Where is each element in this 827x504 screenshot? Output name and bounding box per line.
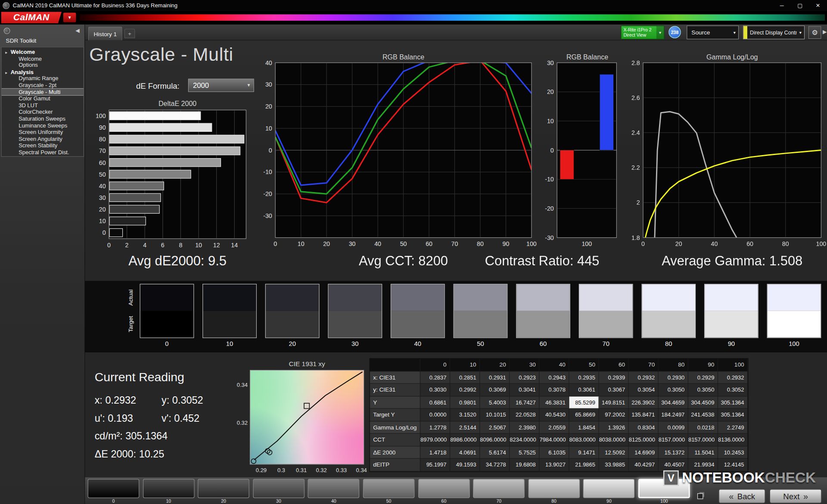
sidebar-item-options[interactable]: Options <box>2 62 84 68</box>
svg-text:0.32: 0.32 <box>237 420 248 426</box>
maximize-button[interactable]: ▢ <box>791 0 809 11</box>
table-cell: 0.2837 <box>420 371 450 384</box>
display-control-dropdown[interactable]: Direct Display Control ▼ <box>743 25 805 39</box>
svg-text:40: 40 <box>711 240 718 247</box>
svg-text:-30: -30 <box>545 234 554 241</box>
de-formula-select[interactable]: 2000 ▼ <box>188 79 254 92</box>
svg-text:10: 10 <box>265 125 272 132</box>
table-cell: 19.6808 <box>510 459 539 471</box>
table-cell: 0.2932 <box>629 371 659 384</box>
table-cell: 0.8304 <box>629 421 659 434</box>
table-cell: 10.2453 <box>718 446 748 459</box>
svg-text:0: 0 <box>641 240 645 247</box>
table-cell: 0.2851 <box>450 371 480 384</box>
next-button[interactable]: Next » <box>770 489 822 503</box>
sidebar-item-screen-stability[interactable]: Screen Stability <box>2 142 84 149</box>
table-cell: 65.8669 <box>569 409 599 421</box>
source-dropdown[interactable]: Source ▼ <box>687 25 739 39</box>
sidebar-item-grayscale-multi[interactable]: Grayscale - Multi <box>2 89 84 96</box>
level-button-0[interactable] <box>88 479 140 498</box>
swatch-target <box>768 311 821 338</box>
layers-icon[interactable] <box>697 493 703 499</box>
sidebar-item-welcome[interactable]: ▸Welcome <box>2 48 84 55</box>
level-button-30[interactable] <box>253 479 305 498</box>
level-button-10[interactable] <box>143 479 194 498</box>
reading-cdm: cd/m²: 305.1364 <box>95 430 168 442</box>
sidebar-item-spectral-power-dist[interactable]: Spectral Power Dist. <box>2 149 84 156</box>
level-button-50[interactable] <box>363 479 415 498</box>
swatch-actual <box>329 284 382 311</box>
sidebar-item-luminance-sweeps[interactable]: Luminance Sweeps <box>2 122 84 129</box>
minimize-button[interactable]: ─ <box>773 0 791 11</box>
settings-button[interactable]: ⚙ <box>808 26 821 39</box>
table-cell: 0.2943 <box>539 371 569 384</box>
table-cell: 12.5092 <box>599 446 629 459</box>
sidebar-item-dynamic-range[interactable]: Dynamic Range <box>2 75 84 82</box>
level-button-80[interactable] <box>528 479 580 498</box>
sidebar-item-label: ColorChecker <box>19 109 53 115</box>
level-button-20[interactable] <box>198 479 249 498</box>
table-cell: 40.5430 <box>539 409 569 421</box>
table-cell: 0.9801 <box>450 396 480 409</box>
sidebar-item-colorchecker[interactable]: ColorChecker <box>2 109 84 115</box>
table-cell: 16.7427 <box>510 396 539 409</box>
level-button-90[interactable] <box>583 479 635 498</box>
table-cell: 304.4509 <box>688 396 718 409</box>
deltae-bar-chart: 024681012141009080706050403020100 <box>88 107 249 249</box>
svg-text:-10: -10 <box>263 168 272 175</box>
rgb-balance-bar-chart: 3020100-10-20-30100 <box>530 55 622 249</box>
table-cell: 3.1520 <box>450 409 480 421</box>
brand-menu-button[interactable]: ▼ <box>63 13 76 22</box>
sidebar-item-color-gamut[interactable]: Color Gamut <box>2 95 84 102</box>
sidebar-item-screen-angularity[interactable]: Screen Angularity <box>2 135 84 142</box>
calman-logo[interactable]: CalMAN <box>1 12 62 23</box>
table-cell: 226.3902 <box>629 396 659 409</box>
sidebar-item-welcome[interactable]: Welcome <box>2 55 84 62</box>
svg-text:30: 30 <box>349 240 356 247</box>
sidebar-item-label: Color Gamut <box>19 95 50 102</box>
svg-text:4: 4 <box>143 242 146 249</box>
sidebar-collapse-button[interactable]: ◀ <box>75 28 80 34</box>
grayscale-swatch-30 <box>329 284 382 337</box>
svg-text:20: 20 <box>547 88 554 95</box>
table-cell: 0.2930 <box>659 371 688 384</box>
svg-text:14: 14 <box>231 242 238 249</box>
table-cell: 8096.0000 <box>480 434 510 446</box>
swatch-label: 40 <box>391 340 444 348</box>
tab-history-1[interactable]: History 1 <box>88 27 122 40</box>
table-cell: 1.2778 <box>420 421 450 434</box>
meter-count-badge[interactable]: 238 <box>668 26 681 38</box>
sidebar-item-saturation-sweeps[interactable]: Saturation Sweeps <box>2 115 84 122</box>
table-cell: 85.5299 <box>569 396 599 409</box>
panel-expand-button[interactable]: ▶ <box>823 29 827 35</box>
sidebar-item-screen-uniformity[interactable]: Screen Uniformity <box>2 129 84 136</box>
table-cell: 0.2992 <box>450 384 480 396</box>
tab-bar: History 1 + X-Rite i1Pro 2 Direct View ▼… <box>85 25 827 40</box>
add-tab-button[interactable]: + <box>124 29 135 38</box>
sidebar-item-3d-lut[interactable]: 3D LUT <box>2 102 84 109</box>
meter-dropdown[interactable]: X-Rite i1Pro 2 Direct View ▼ <box>621 25 664 39</box>
sidebar-item-label: Screen Angularity <box>19 135 62 142</box>
table-cell: 0.3030 <box>420 384 450 396</box>
table-cell: 0.3067 <box>599 384 629 396</box>
close-button[interactable]: ✕ <box>809 0 827 11</box>
table-cell: 2.2749 <box>718 421 748 434</box>
back-button[interactable]: « Back <box>718 489 765 503</box>
table-cell: 14.6909 <box>629 446 659 459</box>
watermark-text-check: CHECK <box>765 470 816 486</box>
svg-text:0.34: 0.34 <box>356 467 367 473</box>
table-cell: 1.4718 <box>420 446 450 459</box>
logo-bar: CalMAN ▼ <box>0 11 827 25</box>
table-cell: 0.2929 <box>688 371 718 384</box>
svg-text:-20: -20 <box>263 190 272 197</box>
sidebar-item-grayscale-2pt[interactable]: Grayscale - 2pt <box>2 82 84 89</box>
sidebar-item-label: Options <box>19 62 38 68</box>
sidebar-item-analysis[interactable]: ▸Analysis <box>2 68 84 75</box>
reading-e: ΔE 2000: 10.25 <box>95 448 165 460</box>
level-button-60[interactable] <box>418 479 470 498</box>
swatch-label: 70 <box>579 340 632 348</box>
svg-text:0.31: 0.31 <box>296 467 307 473</box>
table-col-header: 80 <box>659 359 688 371</box>
level-button-40[interactable] <box>308 479 360 498</box>
level-button-70[interactable] <box>473 479 525 498</box>
